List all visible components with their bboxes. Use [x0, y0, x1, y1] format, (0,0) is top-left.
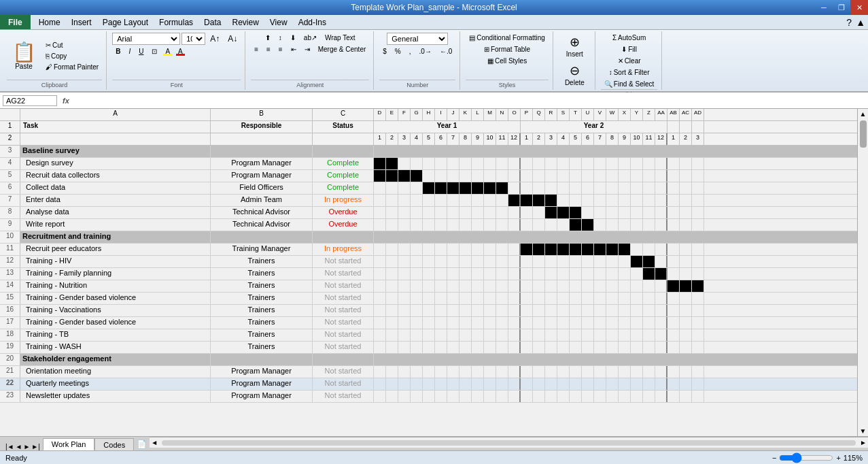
gantt-empty-cell[interactable]	[435, 317, 447, 329]
gantt-empty-cell[interactable]	[411, 244, 423, 255]
gantt-empty-cell[interactable]	[680, 391, 692, 402]
gantt-filled-cell[interactable]	[374, 170, 386, 182]
status-cell[interactable]: Not started	[313, 293, 374, 304]
gantt-empty-cell[interactable]	[496, 378, 508, 390]
gantt-empty-cell[interactable]	[435, 391, 447, 402]
gantt-empty-cell[interactable]	[643, 170, 655, 182]
col-gantt-header-F[interactable]: F	[398, 109, 411, 120]
gantt-empty-cell[interactable]	[521, 329, 533, 341]
gantt-empty-cell[interactable]	[411, 256, 423, 267]
gantt-empty-cell[interactable]	[447, 256, 459, 267]
gantt-empty-cell[interactable]	[508, 305, 521, 316]
gantt-empty-cell[interactable]	[423, 378, 435, 390]
responsible-cell[interactable]: Training Manager	[211, 244, 313, 255]
gantt-empty-cell[interactable]	[533, 342, 545, 353]
gantt-empty-cell[interactable]	[692, 268, 704, 280]
gantt-empty-cell[interactable]	[533, 329, 545, 341]
gantt-empty-cell[interactable]	[643, 305, 655, 316]
sort-filter-button[interactable]: ↕ Sort & Filter	[606, 67, 653, 78]
gantt-empty-cell[interactable]	[459, 219, 472, 231]
gantt-empty-cell[interactable]	[435, 280, 447, 292]
gantt-empty-cell[interactable]	[496, 207, 508, 218]
gantt-empty-cell[interactable]	[423, 256, 435, 267]
gantt-empty-cell[interactable]	[435, 366, 447, 378]
gantt-empty-cell[interactable]	[398, 280, 411, 292]
gantt-filled-cell[interactable]	[570, 219, 582, 231]
gantt-empty-cell[interactable]	[411, 219, 423, 231]
task-cell[interactable]: Training - Gender based violence	[20, 317, 211, 329]
gantt-empty-cell[interactable]	[435, 195, 447, 206]
table-row[interactable]: 17Training - Gender based violenceTraine…	[0, 317, 857, 329]
status-cell[interactable]	[313, 231, 374, 243]
gantt-empty-cell[interactable]	[533, 391, 545, 402]
gantt-empty-cell[interactable]	[643, 366, 655, 378]
gantt-empty-cell[interactable]	[521, 219, 533, 231]
menu-page-layout[interactable]: Page Layout	[97, 15, 154, 29]
responsible-cell[interactable]: Program Manager	[211, 391, 313, 402]
status-cell[interactable]: Not started	[313, 378, 374, 390]
gantt-empty-cell[interactable]	[386, 391, 398, 402]
gantt-empty-cell[interactable]	[667, 219, 680, 231]
gantt-empty-cell[interactable]	[423, 317, 435, 329]
gantt-empty-cell[interactable]	[667, 182, 680, 194]
gantt-empty-cell[interactable]	[557, 158, 570, 169]
gantt-filled-cell[interactable]	[545, 195, 557, 206]
gantt-empty-cell[interactable]	[496, 342, 508, 353]
table-body[interactable]: 3Baseline survey4Design surveyProgram Ma…	[0, 146, 857, 436]
clear-button[interactable]: ✕ Clear	[614, 56, 644, 66]
gantt-empty-cell[interactable]	[472, 391, 484, 402]
minimize-button[interactable]: ─	[815, 0, 833, 15]
gantt-empty-cell[interactable]	[496, 170, 508, 182]
gantt-empty-cell[interactable]	[411, 378, 423, 390]
gantt-empty-cell[interactable]	[398, 182, 411, 194]
gantt-empty-cell[interactable]	[496, 268, 508, 280]
font-name-select[interactable]: Arial	[112, 33, 180, 45]
gantt-empty-cell[interactable]	[386, 378, 398, 390]
gantt-empty-cell[interactable]	[606, 182, 619, 194]
status-cell[interactable]: Overdue	[313, 219, 374, 231]
gantt-empty-cell[interactable]	[386, 293, 398, 304]
task-cell[interactable]: Baseline survey	[20, 146, 211, 157]
gantt-empty-cell[interactable]	[594, 195, 606, 206]
gantt-empty-cell[interactable]	[508, 268, 521, 280]
gantt-empty-cell[interactable]	[643, 219, 655, 231]
gantt-empty-cell[interactable]	[667, 158, 680, 169]
gantt-empty-cell[interactable]	[447, 158, 459, 169]
gantt-empty-cell[interactable]	[680, 366, 692, 378]
align-left-button[interactable]: ≡	[251, 44, 262, 54]
gantt-empty-cell[interactable]	[692, 219, 704, 231]
gantt-empty-cell[interactable]	[386, 195, 398, 206]
gantt-empty-cell[interactable]	[692, 366, 704, 378]
gantt-empty-cell[interactable]	[545, 305, 557, 316]
gantt-empty-cell[interactable]	[606, 207, 619, 218]
gantt-empty-cell[interactable]	[692, 158, 704, 169]
gantt-filled-cell[interactable]	[643, 256, 655, 267]
gantt-empty-cell[interactable]	[435, 207, 447, 218]
gantt-empty-cell[interactable]	[606, 195, 619, 206]
decrease-indent-button[interactable]: ⇤	[288, 44, 300, 54]
gantt-empty-cell[interactable]	[435, 170, 447, 182]
responsible-cell[interactable]: Trainers	[211, 329, 313, 341]
status-cell[interactable]: Not started	[313, 342, 374, 353]
sheet-tab-work-plan[interactable]: Work Plan	[43, 438, 95, 450]
col-a-header[interactable]: A	[20, 109, 211, 120]
gantt-empty-cell[interactable]	[680, 195, 692, 206]
task-cell[interactable]: Training - WASH	[20, 342, 211, 353]
status-cell[interactable]: Not started	[313, 391, 374, 402]
gantt-filled-cell[interactable]	[533, 244, 545, 255]
gantt-empty-cell[interactable]	[667, 366, 680, 378]
status-cell[interactable]: Not started	[313, 366, 374, 378]
gantt-empty-cell[interactable]	[386, 305, 398, 316]
gantt-empty-cell[interactable]	[570, 293, 582, 304]
gantt-empty-cell[interactable]	[521, 182, 533, 194]
gantt-empty-cell[interactable]	[570, 158, 582, 169]
gantt-empty-cell[interactable]	[521, 158, 533, 169]
italic-button[interactable]: I	[125, 46, 134, 56]
gantt-empty-cell[interactable]	[447, 305, 459, 316]
gantt-empty-cell[interactable]	[606, 305, 619, 316]
gantt-empty-cell[interactable]	[594, 366, 606, 378]
gantt-empty-cell[interactable]	[680, 293, 692, 304]
gantt-empty-cell[interactable]	[447, 170, 459, 182]
gantt-filled-cell[interactable]	[545, 207, 557, 218]
align-bottom-button[interactable]: ⬇	[287, 33, 299, 43]
